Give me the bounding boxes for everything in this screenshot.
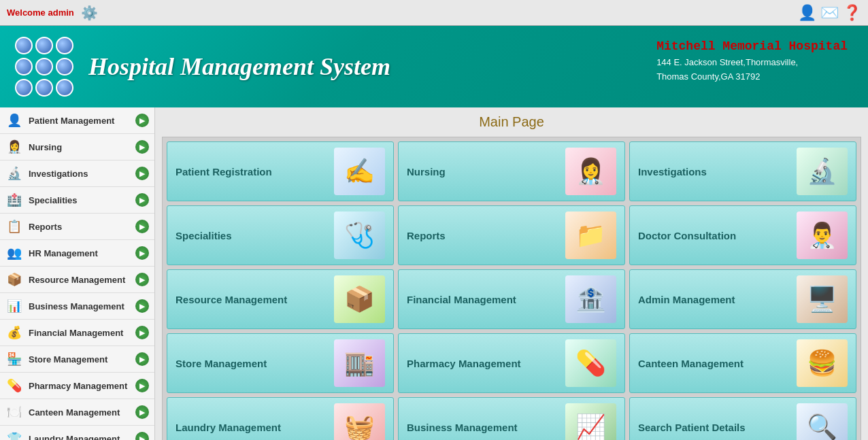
grid-img-admin-management: 🖥️: [797, 275, 848, 323]
grid-icon-doctor-consultation: 👨‍⚕️: [807, 221, 837, 250]
grid-cell-resource-management[interactable]: Resource Management 📦: [167, 269, 394, 329]
sidebar-icon-pharmacy-management: 💊: [5, 377, 23, 394]
grid-cell-investigations[interactable]: Investigations 🔬: [629, 141, 856, 201]
sidebar-arrow-pharmacy-management[interactable]: ▶: [135, 379, 149, 392]
sidebar-item-pharmacy-management[interactable]: 💊 Pharmacy Management ▶: [0, 373, 154, 399]
grid-icon-reports: 📁: [575, 221, 606, 250]
grid-cell-pharmacy-management[interactable]: Pharmacy Management 💊: [398, 333, 625, 393]
sidebar-arrow-canteen-management[interactable]: ▶: [135, 405, 149, 419]
admin-username: admin: [48, 7, 73, 18]
grid-icon-business-management: 📈: [575, 413, 606, 440]
help-icon[interactable]: ❓: [843, 4, 861, 22]
grid-cell-specialities[interactable]: Specialities 🩺: [167, 205, 394, 265]
header: Hospital Management System Mitchell Memo…: [0, 26, 868, 107]
sidebar-item-laundry-management[interactable]: 👕 Laundry Management ▶: [0, 426, 154, 440]
grid-img-search-patient: 🔍: [797, 403, 848, 440]
sidebar-arrow-patient-management[interactable]: ▶: [135, 114, 149, 127]
grid-cell-store-management[interactable]: Store Management 🏬: [167, 333, 394, 393]
grid-label-nursing: Nursing: [407, 166, 446, 177]
grid-cell-business-management[interactable]: Business Management 📈: [398, 397, 625, 440]
page-title: Main Page: [162, 114, 861, 130]
mail-icon[interactable]: ✉️: [820, 4, 839, 22]
grid-cell-reports[interactable]: Reports 📁: [398, 205, 625, 265]
settings-icon[interactable]: ⚙️: [81, 5, 98, 20]
sidebar-item-store-management[interactable]: 🏪 Store Management ▶: [0, 346, 154, 373]
grid-cell-laundry-management[interactable]: Laundry Management 🧺: [167, 397, 394, 440]
grid-img-investigations: 🔬: [797, 148, 848, 195]
sidebar-icon-reports: 📋: [5, 218, 23, 235]
sidebar-icon-resource-management: 📦: [5, 271, 23, 288]
grid-img-doctor-consultation: 👨‍⚕️: [797, 211, 848, 259]
grid-label-pharmacy-management: Pharmacy Management: [407, 358, 521, 369]
sidebar-label-reports: Reports: [29, 222, 135, 232]
grid-cell-search-patient[interactable]: Search Patient Details 🔍: [629, 397, 856, 440]
grid-label-specialities: Specialities: [176, 230, 232, 241]
grid-cell-canteen-management[interactable]: Canteen Management 🍔: [629, 333, 856, 393]
sidebar-item-business-management[interactable]: 📊 Business Management ▶: [0, 293, 154, 320]
grid-img-canteen-management: 🍔: [797, 339, 848, 387]
grid-cell-admin-management[interactable]: Admin Management 🖥️: [629, 269, 856, 329]
hospital-name: Mitchell Memorial Hospital: [656, 39, 848, 53]
grid-icon-specialities: 🩺: [344, 221, 375, 250]
sidebar-item-hr-management[interactable]: 👥 HR Management ▶: [0, 240, 154, 267]
sidebar-arrow-specialities[interactable]: ▶: [135, 193, 149, 207]
sidebar-icon-patient-management: 👤: [5, 112, 23, 129]
grid-label-store-management: Store Management: [176, 358, 267, 369]
sidebar-label-hr-management: HR Management: [29, 248, 135, 258]
grid-label-business-management: Business Management: [407, 422, 518, 433]
grid-label-patient-registration: Patient Registration: [176, 166, 272, 177]
sidebar: 👤 Patient Management ▶ 👩‍⚕️ Nursing ▶ 🔬 …: [0, 107, 155, 440]
sidebar-label-investigations: Investigations: [29, 169, 135, 179]
sidebar-icon-specialities: 🏥: [5, 191, 23, 209]
sidebar-item-canteen-management[interactable]: 🍽️ Canteen Management ▶: [0, 399, 154, 426]
sidebar-item-investigations[interactable]: 🔬 Investigations ▶: [0, 160, 154, 187]
grid-img-reports: 📁: [565, 211, 616, 259]
grid-icon-resource-management: 📦: [344, 285, 375, 314]
sidebar-arrow-store-management[interactable]: ▶: [135, 352, 149, 366]
grid-cell-patient-registration[interactable]: Patient Registration ✍️: [167, 141, 394, 201]
grid-icon-nursing: 👩‍⚕️: [575, 157, 606, 186]
grid-img-laundry-management: 🧺: [334, 403, 385, 440]
grid-icon-investigations: 🔬: [807, 157, 837, 186]
sidebar-label-pharmacy-management: Pharmacy Management: [29, 381, 135, 391]
grid-label-admin-management: Admin Management: [638, 294, 735, 305]
grid-icon-search-patient: 🔍: [807, 413, 837, 440]
grid-label-search-patient: Search Patient Details: [638, 422, 746, 433]
sidebar-item-resource-management[interactable]: 📦 Resource Management ▶: [0, 267, 154, 293]
sidebar-arrow-resource-management[interactable]: ▶: [135, 273, 149, 286]
main-layout: 👤 Patient Management ▶ 👩‍⚕️ Nursing ▶ 🔬 …: [0, 107, 868, 440]
sidebar-arrow-laundry-management[interactable]: ▶: [135, 432, 149, 440]
sidebar-arrow-reports[interactable]: ▶: [135, 220, 149, 233]
grid-icon-patient-registration: ✍️: [344, 157, 375, 186]
sidebar-arrow-investigations[interactable]: ▶: [135, 167, 149, 180]
grid-cell-financial-management[interactable]: Financial Management 🏦: [398, 269, 625, 329]
sidebar-item-reports[interactable]: 📋 Reports ▶: [0, 214, 154, 240]
grid-cell-nursing[interactable]: Nursing 👩‍⚕️: [398, 141, 625, 201]
welcome-label: Welcome admin: [7, 7, 74, 18]
grid-cell-doctor-consultation[interactable]: Doctor Consultation 👨‍⚕️: [629, 205, 856, 265]
user-icon[interactable]: 👤: [798, 4, 816, 22]
hospital-info: Mitchell Memorial Hospital 144 E. Jackso…: [656, 39, 848, 84]
grid-icon-store-management: 🏬: [344, 349, 375, 377]
grid-label-doctor-consultation: Doctor Consultation: [638, 230, 736, 241]
sidebar-item-financial-management[interactable]: 💰 Financial Management ▶: [0, 320, 154, 346]
sidebar-item-specialities[interactable]: 🏥 Specialities ▶: [0, 187, 154, 214]
sidebar-arrow-business-management[interactable]: ▶: [135, 299, 149, 313]
grid-img-patient-registration: ✍️: [334, 148, 385, 195]
sidebar-icon-store-management: 🏪: [5, 350, 23, 368]
sidebar-item-patient-management[interactable]: 👤 Patient Management ▶: [0, 107, 154, 134]
grid-icon-pharmacy-management: 💊: [575, 349, 606, 377]
sidebar-arrow-financial-management[interactable]: ▶: [135, 326, 149, 339]
app-title: Hospital Management System: [88, 52, 390, 81]
sidebar-arrow-hr-management[interactable]: ▶: [135, 246, 149, 260]
sidebar-arrow-nursing[interactable]: ▶: [135, 140, 149, 154]
grid-label-financial-management: Financial Management: [407, 294, 516, 305]
grid-img-specialities: 🩺: [334, 211, 385, 259]
grid-icon-canteen-management: 🍔: [807, 349, 837, 377]
grid-icon-laundry-management: 🧺: [344, 413, 375, 440]
sidebar-icon-canteen-management: 🍽️: [5, 403, 23, 421]
sidebar-icon-laundry-management: 👕: [5, 430, 23, 440]
sidebar-item-nursing[interactable]: 👩‍⚕️ Nursing ▶: [0, 134, 154, 160]
sidebar-label-laundry-management: Laundry Management: [29, 434, 135, 441]
sidebar-label-financial-management: Financial Management: [29, 328, 135, 338]
